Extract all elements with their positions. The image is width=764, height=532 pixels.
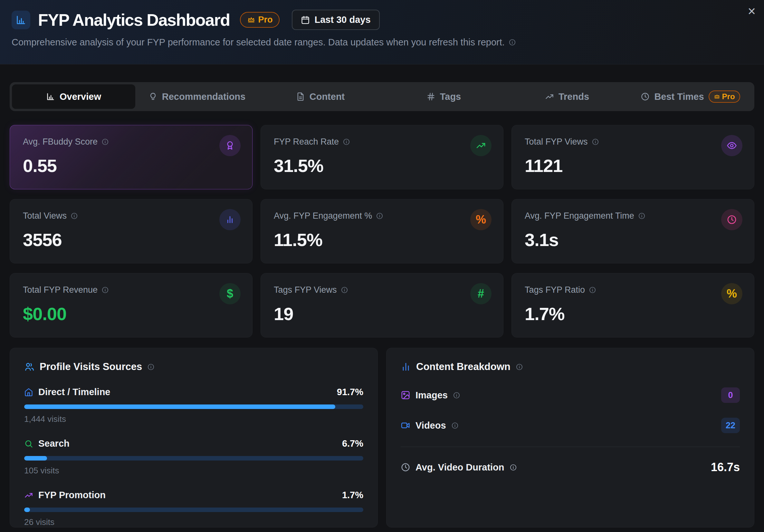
bar-chart-icon <box>401 362 411 372</box>
app-logo <box>12 11 30 29</box>
metric-value: 3.1s <box>525 229 741 250</box>
content-breakdown-row: Images 0 <box>401 387 740 403</box>
metric-value: 1.7% <box>525 303 741 324</box>
metric-card-tags-fyp-ratio: Tags FYP Ratio 1.7% % <box>511 273 754 337</box>
bar-chart-icon <box>15 15 26 25</box>
metric-card-total-fyp-views: Total FYP Views 1121 <box>511 125 754 189</box>
info-icon[interactable] <box>376 212 383 220</box>
tab-content[interactable]: Content <box>259 85 382 109</box>
metric-card-avg-fyp-engagement-time: Avg. FYP Engagement Time 3.1s <box>511 199 754 264</box>
metric-card-avg-fbuddy-score: Avg. FBuddy Score 0.55 <box>10 125 253 189</box>
metric-card-fyp-reach-rate: FYP Reach Rate 31.5% <box>261 125 503 189</box>
progress-bar <box>24 456 363 460</box>
visit-source-row: FYP Promotion 1.7% 26 visits <box>24 490 363 527</box>
info-icon[interactable] <box>508 39 516 46</box>
progress-bar <box>24 507 363 512</box>
calendar-icon <box>301 15 310 25</box>
pro-badge: Pro <box>709 90 740 103</box>
content-type-label: Videos <box>416 420 446 431</box>
profile-visits-sources-panel: Profile Visits Sources Direct / Timeline… <box>10 348 378 527</box>
crown-icon <box>714 93 720 100</box>
metric-card-avg-fyp-engagement-pct: Avg. FYP Engagement % 11.5% % <box>261 199 503 264</box>
panel-title: Profile Visits Sources <box>40 361 142 373</box>
clock-icon <box>727 215 737 225</box>
count-badge: 22 <box>721 418 740 433</box>
clock-icon <box>641 92 650 101</box>
document-icon <box>296 92 305 101</box>
metric-card-tags-fyp-views: Tags FYP Views 19 # <box>261 273 503 337</box>
avg-video-duration-value: 16.7s <box>711 460 740 474</box>
trending-up-icon <box>476 140 486 151</box>
source-visits: 26 visits <box>24 517 363 527</box>
panel-title: Content Breakdown <box>416 361 510 373</box>
percent-icon: % <box>727 287 737 300</box>
avg-video-duration-row: Avg. Video Duration 16.7s <box>401 460 740 474</box>
title-row: FYP Analytics Dashboard Pro Last 30 days <box>12 10 752 30</box>
bar-chart-icon <box>46 92 55 101</box>
avg-video-duration-label: Avg. Video Duration <box>416 462 504 473</box>
info-icon[interactable] <box>509 464 517 471</box>
info-icon[interactable] <box>101 286 109 294</box>
metric-label: Avg. FYP Engagement % <box>274 211 372 221</box>
metric-label: Avg. FBuddy Score <box>23 137 97 147</box>
info-icon[interactable] <box>453 392 460 399</box>
metric-card-total-fyp-revenue: Total FYP Revenue $0.00 $ <box>10 273 253 337</box>
source-label: Search <box>38 438 70 449</box>
award-icon <box>225 140 235 151</box>
date-range-button[interactable]: Last 30 days <box>292 10 379 30</box>
image-icon <box>401 390 410 400</box>
page-subtitle: Comprehensive analysis of your FYP perfo… <box>12 37 752 48</box>
metric-label: Avg. FYP Engagement Time <box>525 211 634 221</box>
info-icon[interactable] <box>101 138 109 145</box>
metric-label: Total FYP Views <box>525 137 588 147</box>
content-breakdown-row: Videos 22 <box>401 418 740 433</box>
metric-value: 1121 <box>525 155 741 176</box>
metric-label: FYP Reach Rate <box>274 137 339 147</box>
users-icon <box>24 362 35 372</box>
metrics-grid: Avg. FBuddy Score 0.55 FYP Reach Rate 31… <box>10 125 754 337</box>
tab-best-times[interactable]: Best Times Pro <box>629 85 752 109</box>
home-icon <box>24 388 33 397</box>
info-icon[interactable] <box>451 422 459 429</box>
bar-chart-icon <box>225 215 235 225</box>
progress-bar <box>24 405 363 409</box>
search-icon <box>24 439 33 448</box>
source-percent: 1.7% <box>342 490 363 500</box>
tab-overview[interactable]: Overview <box>12 85 135 109</box>
info-icon[interactable] <box>147 363 155 371</box>
hash-icon <box>427 92 436 101</box>
lightbulb-icon <box>148 92 157 101</box>
tab-bar: Overview Recommendations Content Tags Tr… <box>10 82 754 111</box>
metric-label: Total Views <box>23 211 67 221</box>
info-icon[interactable] <box>343 138 350 145</box>
source-percent: 6.7% <box>342 438 363 449</box>
metric-value: 19 <box>274 303 490 324</box>
count-badge: 0 <box>721 387 740 403</box>
visit-source-row: Search 6.7% 105 visits <box>24 438 363 476</box>
visit-source-row: Direct / Timeline 91.7% 1,444 visits <box>24 387 363 424</box>
info-icon[interactable] <box>589 286 596 294</box>
eye-icon <box>727 140 737 151</box>
metric-value: 0.55 <box>23 155 239 176</box>
info-icon[interactable] <box>71 212 78 220</box>
source-percent: 91.7% <box>337 387 363 397</box>
tab-tags[interactable]: Tags <box>382 85 505 109</box>
info-icon[interactable] <box>341 286 348 294</box>
metric-label: Total FYP Revenue <box>23 285 97 295</box>
metric-card-total-views: Total Views 3556 <box>10 199 253 264</box>
metric-value: $0.00 <box>23 303 239 324</box>
info-icon[interactable] <box>592 138 599 145</box>
info-icon[interactable] <box>516 363 523 371</box>
page-title: FYP Analytics Dashboard <box>38 10 230 30</box>
header: × FYP Analytics Dashboard Pro Last 30 da… <box>0 0 764 65</box>
info-icon[interactable] <box>638 212 646 220</box>
source-label: Direct / Timeline <box>38 387 110 397</box>
pro-badge: Pro <box>240 12 280 28</box>
tab-recommendations[interactable]: Recommendations <box>135 85 259 109</box>
hash-icon: # <box>478 287 484 300</box>
close-icon[interactable]: × <box>748 5 756 18</box>
metric-label: Tags FYP Ratio <box>525 285 585 295</box>
tab-trends[interactable]: Trends <box>505 85 629 109</box>
source-label: FYP Promotion <box>38 490 105 500</box>
video-icon <box>401 421 410 430</box>
